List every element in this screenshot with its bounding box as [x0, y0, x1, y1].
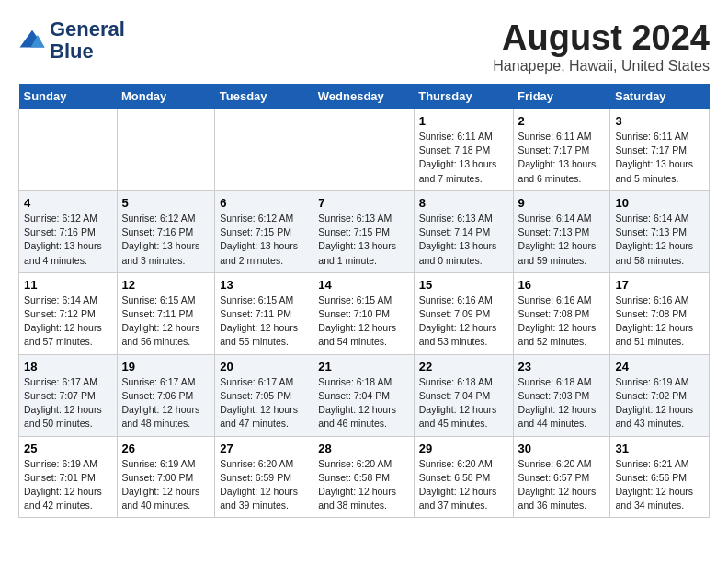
day-info: Sunrise: 6:20 AM Sunset: 6:58 PM Dayligh…	[419, 457, 508, 513]
calendar-cell: 11Sunrise: 6:14 AM Sunset: 7:12 PM Dayli…	[19, 272, 118, 354]
day-number: 12	[122, 278, 210, 292]
calendar-table: SundayMondayTuesdayWednesdayThursdayFrid…	[18, 84, 710, 518]
day-number: 30	[518, 442, 606, 455]
day-number: 13	[220, 278, 308, 292]
calendar-cell: 30Sunrise: 6:20 AM Sunset: 6:57 PM Dayli…	[513, 436, 610, 518]
calendar-cell: 2Sunrise: 6:11 AM Sunset: 7:17 PM Daylig…	[513, 109, 610, 191]
day-number: 5	[122, 196, 210, 210]
day-info: Sunrise: 6:19 AM Sunset: 7:02 PM Dayligh…	[615, 375, 704, 431]
calendar-cell: 20Sunrise: 6:17 AM Sunset: 7:05 PM Dayli…	[215, 354, 313, 436]
day-info: Sunrise: 6:14 AM Sunset: 7:13 PM Dayligh…	[615, 212, 704, 268]
calendar-week-row: 4Sunrise: 6:12 AM Sunset: 7:16 PM Daylig…	[19, 190, 710, 272]
calendar-cell: 6Sunrise: 6:12 AM Sunset: 7:15 PM Daylig…	[215, 190, 313, 272]
day-number: 19	[122, 360, 210, 373]
day-of-week-header: Friday	[513, 84, 610, 109]
calendar-week-row: 1Sunrise: 6:11 AM Sunset: 7:18 PM Daylig…	[19, 109, 710, 191]
day-number: 1	[419, 114, 508, 128]
day-info: Sunrise: 6:18 AM Sunset: 7:04 PM Dayligh…	[318, 375, 408, 431]
day-number: 28	[318, 442, 408, 455]
calendar-cell: 12Sunrise: 6:15 AM Sunset: 7:11 PM Dayli…	[117, 272, 215, 354]
day-info: Sunrise: 6:11 AM Sunset: 7:17 PM Dayligh…	[615, 130, 704, 186]
day-number: 3	[615, 114, 704, 128]
day-number: 22	[419, 360, 508, 373]
calendar-cell: 4Sunrise: 6:12 AM Sunset: 7:16 PM Daylig…	[19, 190, 118, 272]
day-of-week-header: Thursday	[414, 84, 513, 109]
day-number: 10	[615, 196, 704, 210]
day-number: 23	[518, 360, 606, 373]
calendar-cell: 14Sunrise: 6:15 AM Sunset: 7:10 PM Dayli…	[313, 272, 414, 354]
day-number: 8	[419, 196, 508, 210]
day-number: 31	[615, 442, 704, 455]
day-info: Sunrise: 6:12 AM Sunset: 7:16 PM Dayligh…	[122, 212, 210, 268]
day-info: Sunrise: 6:20 AM Sunset: 6:59 PM Dayligh…	[220, 457, 308, 513]
day-number: 4	[24, 196, 112, 210]
day-of-week-header: Sunday	[19, 84, 118, 109]
calendar-cell: 26Sunrise: 6:19 AM Sunset: 7:00 PM Dayli…	[117, 436, 215, 518]
day-number: 25	[24, 442, 112, 455]
calendar-cell: 24Sunrise: 6:19 AM Sunset: 7:02 PM Dayli…	[610, 354, 710, 436]
day-info: Sunrise: 6:19 AM Sunset: 7:00 PM Dayligh…	[122, 457, 210, 513]
day-info: Sunrise: 6:16 AM Sunset: 7:08 PM Dayligh…	[615, 293, 704, 350]
calendar-week-row: 25Sunrise: 6:19 AM Sunset: 7:01 PM Dayli…	[19, 436, 710, 518]
day-number: 9	[518, 196, 606, 210]
day-info: Sunrise: 6:11 AM Sunset: 7:17 PM Dayligh…	[518, 130, 606, 186]
calendar-cell: 9Sunrise: 6:14 AM Sunset: 7:13 PM Daylig…	[513, 190, 610, 272]
day-info: Sunrise: 6:11 AM Sunset: 7:18 PM Dayligh…	[419, 130, 508, 186]
calendar-cell: 10Sunrise: 6:14 AM Sunset: 7:13 PM Dayli…	[610, 190, 710, 272]
logo-icon	[18, 27, 46, 54]
day-info: Sunrise: 6:20 AM Sunset: 6:58 PM Dayligh…	[318, 457, 408, 513]
day-info: Sunrise: 6:12 AM Sunset: 7:16 PM Dayligh…	[24, 212, 112, 268]
day-info: Sunrise: 6:20 AM Sunset: 6:57 PM Dayligh…	[518, 457, 606, 513]
calendar-cell: 25Sunrise: 6:19 AM Sunset: 7:01 PM Dayli…	[19, 436, 118, 518]
calendar-cell	[313, 109, 414, 191]
day-info: Sunrise: 6:17 AM Sunset: 7:06 PM Dayligh…	[122, 375, 210, 431]
calendar-cell: 27Sunrise: 6:20 AM Sunset: 6:59 PM Dayli…	[215, 436, 313, 518]
day-info: Sunrise: 6:18 AM Sunset: 7:04 PM Dayligh…	[419, 375, 508, 431]
day-number: 6	[220, 196, 308, 210]
day-number: 7	[318, 196, 408, 210]
calendar-cell: 7Sunrise: 6:13 AM Sunset: 7:15 PM Daylig…	[313, 190, 414, 272]
day-number: 21	[318, 360, 408, 373]
day-number: 15	[419, 278, 508, 292]
day-info: Sunrise: 6:15 AM Sunset: 7:11 PM Dayligh…	[122, 293, 210, 350]
calendar-cell: 31Sunrise: 6:21 AM Sunset: 6:56 PM Dayli…	[610, 436, 710, 518]
calendar-cell: 28Sunrise: 6:20 AM Sunset: 6:58 PM Dayli…	[313, 436, 414, 518]
title-area: August 2024 Hanapepe, Hawaii, United Sta…	[493, 18, 710, 75]
day-info: Sunrise: 6:16 AM Sunset: 7:09 PM Dayligh…	[419, 293, 508, 350]
calendar-cell: 16Sunrise: 6:16 AM Sunset: 7:08 PM Dayli…	[513, 272, 610, 354]
calendar-cell: 5Sunrise: 6:12 AM Sunset: 7:16 PM Daylig…	[117, 190, 215, 272]
day-of-week-header: Monday	[117, 84, 215, 109]
day-info: Sunrise: 6:13 AM Sunset: 7:14 PM Dayligh…	[419, 212, 508, 268]
day-info: Sunrise: 6:13 AM Sunset: 7:15 PM Dayligh…	[318, 212, 408, 268]
logo: General Blue	[18, 18, 125, 63]
day-info: Sunrise: 6:14 AM Sunset: 7:13 PM Dayligh…	[518, 212, 606, 268]
calendar-cell: 19Sunrise: 6:17 AM Sunset: 7:06 PM Dayli…	[117, 354, 215, 436]
day-number: 24	[615, 360, 704, 373]
calendar-cell	[215, 109, 313, 191]
day-info: Sunrise: 6:19 AM Sunset: 7:01 PM Dayligh…	[24, 457, 112, 513]
calendar-cell	[117, 109, 215, 191]
calendar-cell: 29Sunrise: 6:20 AM Sunset: 6:58 PM Dayli…	[414, 436, 513, 518]
day-number: 20	[220, 360, 308, 373]
calendar-cell: 1Sunrise: 6:11 AM Sunset: 7:18 PM Daylig…	[414, 109, 513, 191]
day-number: 2	[518, 114, 606, 128]
calendar-header: SundayMondayTuesdayWednesdayThursdayFrid…	[19, 84, 710, 109]
day-info: Sunrise: 6:18 AM Sunset: 7:03 PM Dayligh…	[518, 375, 606, 431]
days-header-row: SundayMondayTuesdayWednesdayThursdayFrid…	[19, 84, 710, 109]
calendar-cell: 21Sunrise: 6:18 AM Sunset: 7:04 PM Dayli…	[313, 354, 414, 436]
day-info: Sunrise: 6:14 AM Sunset: 7:12 PM Dayligh…	[24, 293, 112, 350]
day-info: Sunrise: 6:17 AM Sunset: 7:05 PM Dayligh…	[220, 375, 308, 431]
day-number: 29	[419, 442, 508, 455]
calendar-cell: 17Sunrise: 6:16 AM Sunset: 7:08 PM Dayli…	[610, 272, 710, 354]
calendar-week-row: 11Sunrise: 6:14 AM Sunset: 7:12 PM Dayli…	[19, 272, 710, 354]
calendar-cell	[19, 109, 118, 191]
day-number: 26	[122, 442, 210, 455]
main-title: August 2024	[493, 18, 710, 58]
day-info: Sunrise: 6:17 AM Sunset: 7:07 PM Dayligh…	[24, 375, 112, 431]
calendar-body: 1Sunrise: 6:11 AM Sunset: 7:18 PM Daylig…	[19, 109, 710, 518]
day-of-week-header: Saturday	[610, 84, 710, 109]
header: General Blue August 2024 Hanapepe, Hawai…	[18, 18, 710, 75]
logo-line2: Blue	[50, 40, 125, 63]
day-of-week-header: Wednesday	[313, 84, 414, 109]
day-info: Sunrise: 6:21 AM Sunset: 6:56 PM Dayligh…	[615, 457, 704, 513]
